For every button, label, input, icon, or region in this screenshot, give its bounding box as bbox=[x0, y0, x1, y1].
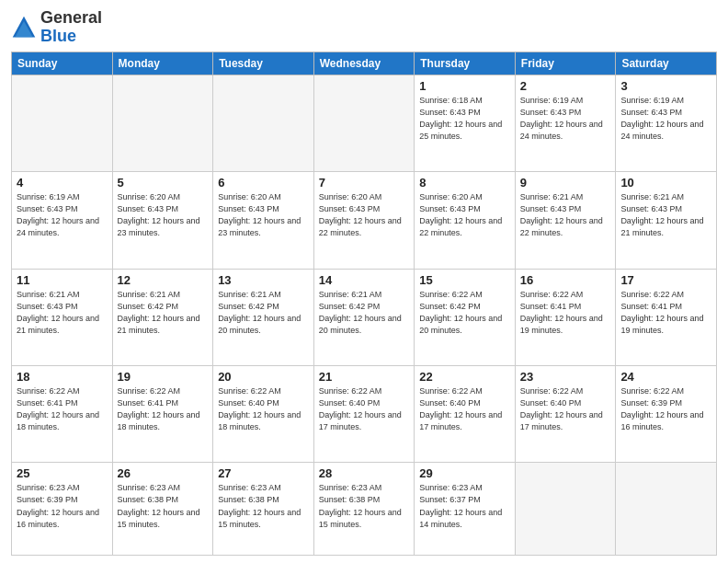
day-number: 8 bbox=[419, 176, 510, 190]
day-number: 25 bbox=[17, 466, 108, 480]
calendar-day-cell: 6Sunrise: 6:20 AM Sunset: 6:43 PM Daylig… bbox=[213, 172, 314, 269]
weekday-header-row: SundayMondayTuesdayWednesdayThursdayFrid… bbox=[12, 52, 717, 75]
weekday-header-cell: Wednesday bbox=[313, 52, 415, 75]
day-info: Sunrise: 6:22 AM Sunset: 6:40 PM Dayligh… bbox=[319, 385, 410, 433]
calendar-day-cell bbox=[112, 75, 213, 171]
calendar-day-cell: 25Sunrise: 6:23 AM Sunset: 6:39 PM Dayli… bbox=[12, 463, 113, 556]
logo-blue: Blue bbox=[40, 27, 76, 45]
day-number: 20 bbox=[218, 370, 309, 384]
calendar-day-cell: 28Sunrise: 6:23 AM Sunset: 6:38 PM Dayli… bbox=[313, 463, 415, 556]
day-number: 21 bbox=[319, 370, 410, 384]
calendar-day-cell bbox=[515, 463, 616, 556]
day-number: 17 bbox=[620, 273, 711, 287]
weekday-header-cell: Tuesday bbox=[213, 52, 314, 75]
calendar-day-cell bbox=[213, 75, 314, 171]
day-number: 2 bbox=[520, 79, 611, 93]
weekday-header-cell: Saturday bbox=[616, 52, 717, 75]
day-number: 29 bbox=[419, 466, 510, 480]
day-info: Sunrise: 6:22 AM Sunset: 6:41 PM Dayligh… bbox=[520, 289, 611, 337]
calendar-day-cell: 2Sunrise: 6:19 AM Sunset: 6:43 PM Daylig… bbox=[515, 75, 616, 171]
day-info: Sunrise: 6:22 AM Sunset: 6:41 PM Dayligh… bbox=[17, 385, 108, 433]
calendar-day-cell: 22Sunrise: 6:22 AM Sunset: 6:40 PM Dayli… bbox=[415, 365, 516, 462]
calendar-week-row: 18Sunrise: 6:22 AM Sunset: 6:41 PM Dayli… bbox=[12, 365, 717, 462]
calendar-week-row: 4Sunrise: 6:19 AM Sunset: 6:43 PM Daylig… bbox=[12, 172, 717, 269]
calendar-day-cell: 19Sunrise: 6:22 AM Sunset: 6:41 PM Dayli… bbox=[112, 365, 213, 462]
calendar-day-cell bbox=[313, 75, 415, 171]
calendar-day-cell bbox=[616, 463, 717, 556]
calendar-day-cell: 21Sunrise: 6:22 AM Sunset: 6:40 PM Dayli… bbox=[313, 365, 415, 462]
day-info: Sunrise: 6:21 AM Sunset: 6:43 PM Dayligh… bbox=[520, 191, 611, 239]
day-info: Sunrise: 6:23 AM Sunset: 6:38 PM Dayligh… bbox=[118, 482, 209, 530]
day-number: 6 bbox=[218, 176, 309, 190]
day-number: 10 bbox=[620, 176, 711, 190]
calendar-day-cell: 16Sunrise: 6:22 AM Sunset: 6:41 PM Dayli… bbox=[515, 269, 616, 365]
day-number: 18 bbox=[17, 370, 108, 384]
day-number: 28 bbox=[319, 466, 410, 480]
day-number: 12 bbox=[118, 273, 209, 287]
calendar-day-cell bbox=[12, 75, 113, 171]
day-number: 5 bbox=[118, 176, 209, 190]
calendar-day-cell: 9Sunrise: 6:21 AM Sunset: 6:43 PM Daylig… bbox=[515, 172, 616, 269]
day-info: Sunrise: 6:21 AM Sunset: 6:42 PM Dayligh… bbox=[319, 289, 410, 337]
header-row: General Blue bbox=[11, 9, 717, 46]
calendar-day-cell: 17Sunrise: 6:22 AM Sunset: 6:41 PM Dayli… bbox=[616, 269, 717, 365]
day-info: Sunrise: 6:22 AM Sunset: 6:40 PM Dayligh… bbox=[520, 385, 611, 433]
calendar-day-cell: 11Sunrise: 6:21 AM Sunset: 6:43 PM Dayli… bbox=[12, 269, 113, 365]
calendar-day-cell: 24Sunrise: 6:22 AM Sunset: 6:39 PM Dayli… bbox=[616, 365, 717, 462]
calendar-week-row: 11Sunrise: 6:21 AM Sunset: 6:43 PM Dayli… bbox=[12, 269, 717, 365]
day-info: Sunrise: 6:23 AM Sunset: 6:37 PM Dayligh… bbox=[419, 482, 510, 530]
day-number: 3 bbox=[620, 79, 711, 93]
day-number: 19 bbox=[118, 370, 209, 384]
day-info: Sunrise: 6:20 AM Sunset: 6:43 PM Dayligh… bbox=[218, 191, 309, 239]
calendar-day-cell: 10Sunrise: 6:21 AM Sunset: 6:43 PM Dayli… bbox=[616, 172, 717, 269]
day-number: 15 bbox=[419, 273, 510, 287]
weekday-header-cell: Sunday bbox=[12, 52, 113, 75]
day-info: Sunrise: 6:20 AM Sunset: 6:43 PM Dayligh… bbox=[319, 191, 410, 239]
day-info: Sunrise: 6:22 AM Sunset: 6:41 PM Dayligh… bbox=[118, 385, 209, 433]
logo-text: General Blue bbox=[40, 9, 102, 46]
day-number: 1 bbox=[419, 79, 510, 93]
day-info: Sunrise: 6:22 AM Sunset: 6:39 PM Dayligh… bbox=[620, 385, 711, 433]
day-info: Sunrise: 6:21 AM Sunset: 6:42 PM Dayligh… bbox=[218, 289, 309, 337]
day-info: Sunrise: 6:22 AM Sunset: 6:40 PM Dayligh… bbox=[218, 385, 309, 433]
day-number: 23 bbox=[520, 370, 611, 384]
day-number: 13 bbox=[218, 273, 309, 287]
calendar-day-cell: 15Sunrise: 6:22 AM Sunset: 6:42 PM Dayli… bbox=[415, 269, 516, 365]
logo-icon bbox=[11, 15, 37, 40]
calendar-day-cell: 14Sunrise: 6:21 AM Sunset: 6:42 PM Dayli… bbox=[313, 269, 415, 365]
calendar-day-cell: 8Sunrise: 6:20 AM Sunset: 6:43 PM Daylig… bbox=[415, 172, 516, 269]
logo: General Blue bbox=[11, 9, 102, 46]
day-number: 7 bbox=[319, 176, 410, 190]
calendar-page: General Blue SundayMondayTuesdayWednesda… bbox=[0, 0, 728, 563]
calendar-body: 1Sunrise: 6:18 AM Sunset: 6:43 PM Daylig… bbox=[12, 75, 717, 555]
day-info: Sunrise: 6:19 AM Sunset: 6:43 PM Dayligh… bbox=[17, 191, 108, 239]
day-info: Sunrise: 6:21 AM Sunset: 6:43 PM Dayligh… bbox=[17, 289, 108, 337]
weekday-header-cell: Monday bbox=[112, 52, 213, 75]
calendar-day-cell: 26Sunrise: 6:23 AM Sunset: 6:38 PM Dayli… bbox=[112, 463, 213, 556]
day-info: Sunrise: 6:23 AM Sunset: 6:39 PM Dayligh… bbox=[17, 482, 108, 530]
calendar-day-cell: 27Sunrise: 6:23 AM Sunset: 6:38 PM Dayli… bbox=[213, 463, 314, 556]
day-info: Sunrise: 6:23 AM Sunset: 6:38 PM Dayligh… bbox=[218, 482, 309, 530]
day-info: Sunrise: 6:22 AM Sunset: 6:42 PM Dayligh… bbox=[419, 289, 510, 337]
day-info: Sunrise: 6:20 AM Sunset: 6:43 PM Dayligh… bbox=[419, 191, 510, 239]
day-info: Sunrise: 6:19 AM Sunset: 6:43 PM Dayligh… bbox=[620, 95, 711, 143]
day-number: 24 bbox=[620, 370, 711, 384]
day-info: Sunrise: 6:18 AM Sunset: 6:43 PM Dayligh… bbox=[419, 95, 510, 143]
calendar-day-cell: 3Sunrise: 6:19 AM Sunset: 6:43 PM Daylig… bbox=[616, 75, 717, 171]
day-info: Sunrise: 6:21 AM Sunset: 6:42 PM Dayligh… bbox=[118, 289, 209, 337]
day-number: 26 bbox=[118, 466, 209, 480]
calendar-day-cell: 12Sunrise: 6:21 AM Sunset: 6:42 PM Dayli… bbox=[112, 269, 213, 365]
day-number: 9 bbox=[520, 176, 611, 190]
day-info: Sunrise: 6:20 AM Sunset: 6:43 PM Dayligh… bbox=[118, 191, 209, 239]
calendar-week-row: 25Sunrise: 6:23 AM Sunset: 6:39 PM Dayli… bbox=[12, 463, 717, 556]
calendar-day-cell: 4Sunrise: 6:19 AM Sunset: 6:43 PM Daylig… bbox=[12, 172, 113, 269]
calendar-day-cell: 7Sunrise: 6:20 AM Sunset: 6:43 PM Daylig… bbox=[313, 172, 415, 269]
calendar-day-cell: 20Sunrise: 6:22 AM Sunset: 6:40 PM Dayli… bbox=[213, 365, 314, 462]
day-info: Sunrise: 6:22 AM Sunset: 6:40 PM Dayligh… bbox=[419, 385, 510, 433]
calendar-table: SundayMondayTuesdayWednesdayThursdayFrid… bbox=[11, 52, 717, 556]
weekday-header-cell: Friday bbox=[515, 52, 616, 75]
calendar-day-cell: 13Sunrise: 6:21 AM Sunset: 6:42 PM Dayli… bbox=[213, 269, 314, 365]
day-info: Sunrise: 6:23 AM Sunset: 6:38 PM Dayligh… bbox=[319, 482, 410, 530]
day-info: Sunrise: 6:22 AM Sunset: 6:41 PM Dayligh… bbox=[620, 289, 711, 337]
day-info: Sunrise: 6:21 AM Sunset: 6:43 PM Dayligh… bbox=[620, 191, 711, 239]
